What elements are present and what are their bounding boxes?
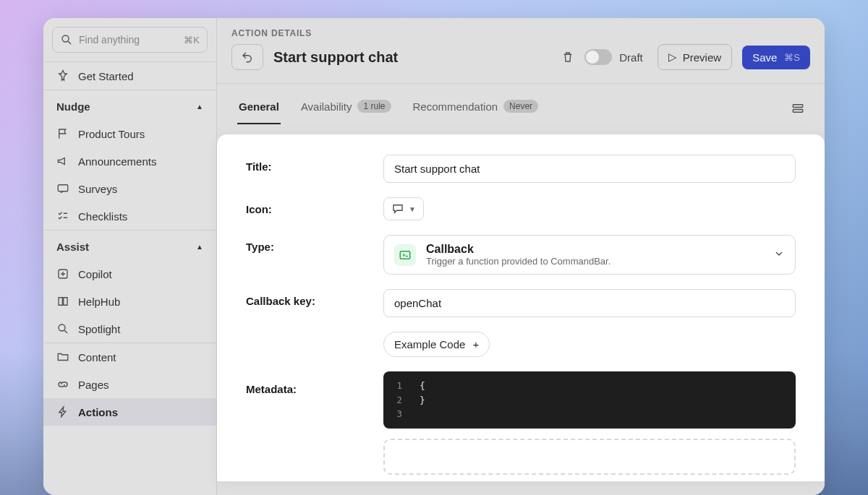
- icon-picker[interactable]: ▼: [383, 197, 424, 220]
- svg-point-4: [59, 324, 65, 331]
- draft-toggle[interactable]: [584, 49, 612, 65]
- sidebar-item-checklists[interactable]: Checklists: [43, 202, 216, 230]
- sidebar-item-spotlight[interactable]: Spotlight: [43, 315, 216, 343]
- callback-icon: [394, 244, 416, 266]
- link-icon: [56, 378, 69, 391]
- search-icon: [60, 33, 73, 46]
- undo-icon: [241, 51, 254, 64]
- folder-icon: [56, 350, 69, 363]
- sidebar-item-label: Copilot: [78, 268, 112, 280]
- checklist-icon: [56, 210, 69, 223]
- chat-icon: [391, 202, 404, 215]
- tab-general[interactable]: General: [237, 93, 281, 124]
- undo-button[interactable]: [231, 44, 263, 70]
- callback-key-label: Callback key:: [246, 289, 362, 317]
- callback-key-input[interactable]: [383, 289, 796, 317]
- breadcrumb: ACTION DETAILS: [217, 18, 825, 41]
- save-button[interactable]: Save ⌘S: [742, 46, 810, 69]
- sidebar-section-assist[interactable]: Assist ▲: [43, 231, 216, 260]
- pin-icon: [56, 69, 69, 82]
- plus-icon: +: [472, 338, 479, 350]
- svg-rect-2: [58, 185, 68, 191]
- sidebar-item-label: Surveys: [78, 183, 117, 195]
- title-input[interactable]: [383, 155, 796, 183]
- tab-availability[interactable]: Availability 1 rule: [299, 92, 393, 124]
- book-icon: [56, 295, 69, 308]
- sidebar-section-nudge[interactable]: Nudge ▲: [43, 90, 216, 120]
- search-placeholder: Find anything: [79, 34, 140, 46]
- svg-point-0: [62, 35, 69, 42]
- message-icon: [56, 182, 69, 195]
- search-input[interactable]: Find anything ⌘K: [52, 27, 208, 53]
- sidebar-item-label: Product Tours: [78, 128, 145, 140]
- svg-rect-6: [793, 105, 803, 108]
- example-code-button[interactable]: Example Code +: [383, 332, 490, 357]
- title-label: Title:: [246, 155, 362, 183]
- app-window: Find anything ⌘K Get Started Nudge ▲ Pro…: [43, 18, 825, 495]
- flag-icon: [56, 127, 69, 140]
- chevron-up-icon: ▲: [196, 103, 203, 111]
- header-row: Start support chat Draft ▷ Preview Save …: [217, 41, 825, 84]
- sidebar-item-pages[interactable]: Pages: [43, 371, 216, 398]
- sidebar-item-product-tours[interactable]: Product Tours: [43, 120, 216, 147]
- metadata-editor[interactable]: 1{ 2} 3: [383, 371, 796, 429]
- chevron-down-icon: ▼: [409, 205, 416, 213]
- type-desc: Trigger a function provided to CommandBa…: [426, 256, 610, 267]
- type-label: Type:: [246, 235, 362, 275]
- sidebar-item-helphub[interactable]: HelpHub: [43, 288, 216, 315]
- sidebar-item-label: HelpHub: [78, 296, 120, 308]
- type-select[interactable]: Callback Trigger a function provided to …: [383, 235, 796, 275]
- sparkle-icon: [56, 267, 69, 280]
- sidebar-item-surveys[interactable]: Surveys: [43, 175, 216, 202]
- tab-recommendation[interactable]: Recommendation Never: [412, 92, 540, 124]
- bolt-icon: [56, 405, 69, 418]
- dropzone[interactable]: [383, 439, 796, 475]
- form-panel: Title: Icon: ▼ Type:: [217, 134, 825, 481]
- chevron-down-icon: [773, 248, 785, 262]
- sidebar: Find anything ⌘K Get Started Nudge ▲ Pro…: [43, 18, 217, 495]
- delete-button[interactable]: [561, 51, 574, 64]
- play-icon: ▷: [668, 51, 677, 64]
- svg-rect-7: [793, 110, 803, 113]
- type-name: Callback: [426, 243, 610, 256]
- sidebar-item-label: Pages: [78, 379, 109, 391]
- sidebar-item-label: Spotlight: [78, 323, 120, 335]
- megaphone-icon: [56, 155, 69, 168]
- sidebar-item-label: Checklists: [78, 210, 127, 223]
- sidebar-item-get-started[interactable]: Get Started: [43, 62, 216, 90]
- search-shortcut: ⌘K: [184, 35, 200, 46]
- page-title: Start support chat: [273, 49, 398, 66]
- sidebar-item-label: Actions: [78, 406, 118, 418]
- sidebar-item-actions[interactable]: Actions: [43, 398, 216, 426]
- sidebar-item-label: Get Started: [78, 70, 134, 82]
- svg-line-5: [64, 330, 67, 333]
- sidebar-item-copilot[interactable]: Copilot: [43, 260, 216, 288]
- metadata-label: Metadata:: [246, 371, 362, 475]
- icon-label: Icon:: [246, 197, 362, 220]
- recommendation-badge: Never: [503, 100, 538, 113]
- availability-badge: 1 rule: [357, 100, 391, 113]
- sidebar-item-label: Announcements: [78, 155, 156, 168]
- sidebar-item-announcements[interactable]: Announcements: [43, 147, 216, 175]
- svg-line-1: [68, 41, 71, 44]
- draft-label: Draft: [619, 51, 643, 64]
- tabs: General Availability 1 rule Recommendati…: [217, 84, 825, 124]
- sidebar-item-label: Content: [78, 351, 116, 363]
- preview-button[interactable]: ▷ Preview: [658, 44, 732, 70]
- layout-icon[interactable]: [791, 102, 804, 115]
- sidebar-item-content[interactable]: Content: [43, 343, 216, 371]
- search-icon: [56, 322, 69, 335]
- chevron-up-icon: ▲: [196, 243, 203, 251]
- main-content: ACTION DETAILS Start support chat Draft …: [217, 18, 825, 495]
